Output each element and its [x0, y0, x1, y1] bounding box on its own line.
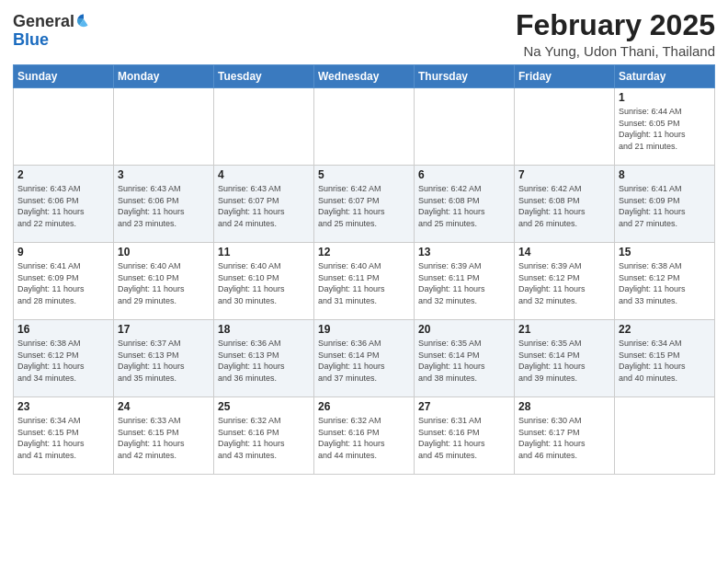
day-info: Sunrise: 6:30 AM Sunset: 6:17 PM Dayligh…	[518, 415, 610, 461]
day-number: 2	[17, 168, 109, 181]
day-cell: 15Sunrise: 6:38 AM Sunset: 6:12 PM Dayli…	[615, 243, 715, 320]
week-row-3: 9Sunrise: 6:41 AM Sunset: 6:09 PM Daylig…	[14, 243, 715, 320]
day-cell: 11Sunrise: 6:40 AM Sunset: 6:10 PM Dayli…	[214, 243, 314, 320]
day-cell	[14, 88, 114, 166]
col-header-tuesday: Tuesday	[214, 65, 314, 88]
day-info: Sunrise: 6:35 AM Sunset: 6:14 PM Dayligh…	[518, 338, 610, 384]
week-row-1: 1Sunrise: 6:44 AM Sunset: 6:05 PM Daylig…	[14, 88, 715, 166]
day-info: Sunrise: 6:34 AM Sunset: 6:15 PM Dayligh…	[619, 338, 711, 384]
day-cell: 19Sunrise: 6:36 AM Sunset: 6:14 PM Dayli…	[314, 320, 415, 397]
day-info: Sunrise: 6:42 AM Sunset: 6:08 PM Dayligh…	[518, 183, 610, 229]
day-cell: 3Sunrise: 6:43 AM Sunset: 6:06 PM Daylig…	[114, 166, 214, 243]
col-header-thursday: Thursday	[415, 65, 515, 88]
day-number: 4	[218, 168, 310, 181]
day-number: 27	[418, 400, 510, 413]
day-cell: 6Sunrise: 6:42 AM Sunset: 6:08 PM Daylig…	[415, 166, 515, 243]
day-info: Sunrise: 6:31 AM Sunset: 6:16 PM Dayligh…	[418, 415, 510, 461]
calendar-table: SundayMondayTuesdayWednesdayThursdayFrid…	[13, 64, 715, 475]
day-cell: 23Sunrise: 6:34 AM Sunset: 6:15 PM Dayli…	[14, 397, 114, 475]
day-info: Sunrise: 6:36 AM Sunset: 6:13 PM Dayligh…	[218, 338, 310, 384]
header-row: SundayMondayTuesdayWednesdayThursdayFrid…	[14, 65, 715, 88]
day-number: 8	[619, 168, 711, 181]
day-info: Sunrise: 6:43 AM Sunset: 6:06 PM Dayligh…	[118, 183, 210, 229]
day-cell: 1Sunrise: 6:44 AM Sunset: 6:05 PM Daylig…	[615, 88, 715, 166]
day-cell: 22Sunrise: 6:34 AM Sunset: 6:15 PM Dayli…	[615, 320, 715, 397]
col-header-wednesday: Wednesday	[314, 65, 415, 88]
day-info: Sunrise: 6:34 AM Sunset: 6:15 PM Dayligh…	[17, 415, 109, 461]
day-info: Sunrise: 6:37 AM Sunset: 6:13 PM Dayligh…	[118, 338, 210, 384]
day-number: 20	[418, 323, 510, 336]
day-number: 13	[418, 246, 510, 259]
day-cell: 8Sunrise: 6:41 AM Sunset: 6:09 PM Daylig…	[615, 166, 715, 243]
day-info: Sunrise: 6:32 AM Sunset: 6:16 PM Dayligh…	[218, 415, 310, 461]
day-cell: 9Sunrise: 6:41 AM Sunset: 6:09 PM Daylig…	[14, 243, 114, 320]
day-number: 28	[518, 400, 610, 413]
week-row-4: 16Sunrise: 6:38 AM Sunset: 6:12 PM Dayli…	[14, 320, 715, 397]
day-info: Sunrise: 6:40 AM Sunset: 6:11 PM Dayligh…	[318, 260, 410, 306]
col-header-monday: Monday	[114, 65, 214, 88]
day-info: Sunrise: 6:33 AM Sunset: 6:15 PM Dayligh…	[118, 415, 210, 461]
calendar-page: General Blue February 2025 Na Yung, Udon…	[0, 0, 728, 563]
day-info: Sunrise: 6:44 AM Sunset: 6:05 PM Dayligh…	[619, 106, 711, 152]
day-info: Sunrise: 6:41 AM Sunset: 6:09 PM Dayligh…	[17, 260, 109, 306]
day-cell	[214, 88, 314, 166]
header: General Blue February 2025 Na Yung, Udon…	[13, 9, 715, 59]
day-cell: 27Sunrise: 6:31 AM Sunset: 6:16 PM Dayli…	[415, 397, 515, 475]
day-cell: 26Sunrise: 6:32 AM Sunset: 6:16 PM Dayli…	[314, 397, 415, 475]
day-number: 14	[518, 246, 610, 259]
week-row-5: 23Sunrise: 6:34 AM Sunset: 6:15 PM Dayli…	[14, 397, 715, 475]
day-info: Sunrise: 6:41 AM Sunset: 6:09 PM Dayligh…	[619, 183, 711, 229]
logo-general-text: General	[13, 13, 74, 31]
day-info: Sunrise: 6:38 AM Sunset: 6:12 PM Dayligh…	[619, 260, 711, 306]
day-cell: 17Sunrise: 6:37 AM Sunset: 6:13 PM Dayli…	[114, 320, 214, 397]
col-header-sunday: Sunday	[14, 65, 114, 88]
day-cell	[615, 397, 715, 475]
day-info: Sunrise: 6:35 AM Sunset: 6:14 PM Dayligh…	[418, 338, 510, 384]
day-number: 25	[218, 400, 310, 413]
day-cell: 10Sunrise: 6:40 AM Sunset: 6:10 PM Dayli…	[114, 243, 214, 320]
day-number: 17	[118, 323, 210, 336]
day-cell: 20Sunrise: 6:35 AM Sunset: 6:14 PM Dayli…	[415, 320, 515, 397]
day-cell: 12Sunrise: 6:40 AM Sunset: 6:11 PM Dayli…	[314, 243, 415, 320]
day-number: 10	[118, 246, 210, 259]
day-info: Sunrise: 6:40 AM Sunset: 6:10 PM Dayligh…	[218, 260, 310, 306]
day-cell: 24Sunrise: 6:33 AM Sunset: 6:15 PM Dayli…	[114, 397, 214, 475]
day-info: Sunrise: 6:32 AM Sunset: 6:16 PM Dayligh…	[318, 415, 410, 461]
logo-icon	[75, 13, 92, 29]
day-cell: 5Sunrise: 6:42 AM Sunset: 6:07 PM Daylig…	[314, 166, 415, 243]
col-header-saturday: Saturday	[615, 65, 715, 88]
day-number: 18	[218, 323, 310, 336]
day-cell: 18Sunrise: 6:36 AM Sunset: 6:13 PM Dayli…	[214, 320, 314, 397]
day-info: Sunrise: 6:42 AM Sunset: 6:08 PM Dayligh…	[418, 183, 510, 229]
title-block: February 2025 Na Yung, Udon Thani, Thail…	[516, 9, 715, 59]
day-cell: 28Sunrise: 6:30 AM Sunset: 6:17 PM Dayli…	[515, 397, 615, 475]
day-number: 5	[318, 168, 410, 181]
day-cell	[515, 88, 615, 166]
day-info: Sunrise: 6:39 AM Sunset: 6:12 PM Dayligh…	[518, 260, 610, 306]
day-number: 1	[619, 91, 711, 104]
day-number: 19	[318, 323, 410, 336]
day-info: Sunrise: 6:43 AM Sunset: 6:06 PM Dayligh…	[17, 183, 109, 229]
day-info: Sunrise: 6:40 AM Sunset: 6:10 PM Dayligh…	[118, 260, 210, 306]
day-cell: 25Sunrise: 6:32 AM Sunset: 6:16 PM Dayli…	[214, 397, 314, 475]
day-number: 24	[118, 400, 210, 413]
day-info: Sunrise: 6:39 AM Sunset: 6:11 PM Dayligh…	[418, 260, 510, 306]
day-cell: 2Sunrise: 6:43 AM Sunset: 6:06 PM Daylig…	[14, 166, 114, 243]
day-cell: 13Sunrise: 6:39 AM Sunset: 6:11 PM Dayli…	[415, 243, 515, 320]
day-number: 6	[418, 168, 510, 181]
title-location: Na Yung, Udon Thani, Thailand	[516, 43, 715, 59]
day-cell	[314, 88, 415, 166]
day-number: 26	[318, 400, 410, 413]
logo: General Blue	[13, 9, 92, 50]
day-cell: 21Sunrise: 6:35 AM Sunset: 6:14 PM Dayli…	[515, 320, 615, 397]
day-info: Sunrise: 6:36 AM Sunset: 6:14 PM Dayligh…	[318, 338, 410, 384]
day-number: 7	[518, 168, 610, 181]
day-cell: 4Sunrise: 6:43 AM Sunset: 6:07 PM Daylig…	[214, 166, 314, 243]
day-number: 16	[17, 323, 109, 336]
day-info: Sunrise: 6:42 AM Sunset: 6:07 PM Dayligh…	[318, 183, 410, 229]
day-cell: 14Sunrise: 6:39 AM Sunset: 6:12 PM Dayli…	[515, 243, 615, 320]
week-row-2: 2Sunrise: 6:43 AM Sunset: 6:06 PM Daylig…	[14, 166, 715, 243]
day-number: 9	[17, 246, 109, 259]
day-cell: 16Sunrise: 6:38 AM Sunset: 6:12 PM Dayli…	[14, 320, 114, 397]
title-month: February 2025	[516, 9, 715, 41]
